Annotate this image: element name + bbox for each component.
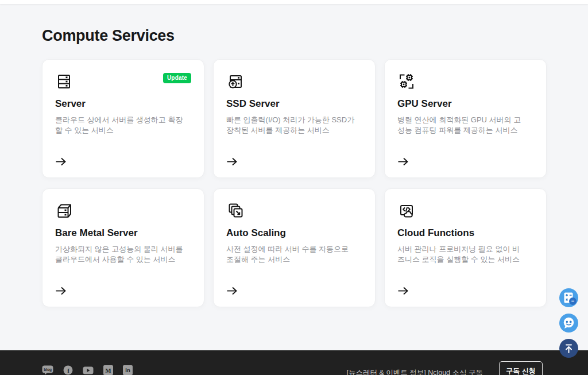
equals-badge: = bbox=[569, 297, 577, 305]
price-calculator-icon: = bbox=[563, 292, 574, 304]
gpu-chips-icon bbox=[397, 72, 416, 91]
arrow-right-icon[interactable] bbox=[397, 157, 409, 166]
ssd-server-icon bbox=[226, 72, 245, 91]
card-description: 서버 관리나 프로비저닝 필요 없이 비즈니스 로직을 실행할 수 있는 서비스 bbox=[397, 244, 527, 265]
card-server[interactable]: Update Server 클라우드 상에서 서버를 생성하고 확장할 수 있는… bbox=[42, 59, 204, 178]
card-title: Auto Scaling bbox=[226, 227, 362, 239]
card-description: 사전 설정에 따라 서버 수를 자동으로 조절해 주는 서비스 bbox=[226, 244, 355, 265]
social-links: blog f M in bbox=[42, 365, 133, 375]
newsletter-label: [뉴스레터 & 이벤트 정보] Ncloud 소식 구독 bbox=[346, 368, 483, 375]
card-auto-scaling[interactable]: Auto Scaling 사전 설정에 따라 서버 수를 자동으로 조절해 주는… bbox=[213, 188, 376, 307]
card-title: GPU Server bbox=[397, 98, 533, 110]
bare-metal-server-icon bbox=[55, 202, 74, 220]
arrow-up-to-top-icon bbox=[564, 343, 574, 354]
svg-text:blog: blog bbox=[44, 368, 52, 372]
arrow-right-icon[interactable] bbox=[55, 287, 67, 295]
arrow-right-icon[interactable] bbox=[397, 287, 409, 295]
svg-text:M: M bbox=[105, 367, 111, 374]
arrow-right-icon[interactable] bbox=[226, 287, 238, 295]
price-calculator-button[interactable]: = bbox=[559, 288, 578, 307]
arrow-right-icon[interactable] bbox=[55, 157, 67, 166]
blog-icon[interactable]: blog bbox=[42, 365, 53, 375]
card-title: Bare Metal Server bbox=[55, 227, 191, 239]
card-title: Cloud Functions bbox=[397, 227, 533, 239]
chat-face-icon bbox=[563, 317, 575, 329]
card-title: Server bbox=[55, 98, 191, 110]
card-ssd-server[interactable]: SSD Server 빠른 입출력(I/O) 처리가 가능한 SSD가 장착된 … bbox=[213, 59, 376, 178]
card-gpu-server[interactable]: GPU Server 병렬 연산에 최적화된 GPU 서버의 고성능 컴퓨팅 파… bbox=[384, 59, 547, 178]
card-bare-metal-server[interactable]: Bare Metal Server 가상화되지 않은 고성능의 물리 서버를 클… bbox=[42, 188, 204, 307]
server-rack-icon bbox=[55, 72, 74, 91]
scroll-to-top-button[interactable] bbox=[559, 339, 578, 358]
service-card-grid: Update Server 클라우드 상에서 서버를 생성하고 확장할 수 있는… bbox=[42, 59, 547, 307]
card-description: 빠른 입출력(I/O) 처리가 가능한 SSD가 장착된 서버를 제공하는 서비… bbox=[226, 115, 355, 136]
facebook-icon[interactable]: f bbox=[63, 365, 73, 375]
svg-text:f: f bbox=[67, 367, 69, 374]
card-description: 병렬 연산에 최적화된 GPU 서버의 고성능 컴퓨팅 파워를 제공하는 서비스 bbox=[397, 115, 527, 136]
update-badge: Update bbox=[163, 73, 191, 83]
auto-scaling-icon bbox=[226, 202, 245, 220]
card-title: SSD Server bbox=[226, 98, 362, 110]
card-description: 클라우드 상에서 서버를 생성하고 확장할 수 있는 서비스 bbox=[55, 115, 184, 136]
card-cloud-functions[interactable]: Cloud Functions 서버 관리나 프로비저닝 필요 없이 비즈니스 … bbox=[384, 188, 547, 307]
feedback-chat-button[interactable] bbox=[559, 314, 578, 333]
footer: blog f M in [뉴스레터 bbox=[0, 350, 588, 375]
medium-icon[interactable]: M bbox=[103, 365, 113, 375]
page-title: Compute Services bbox=[42, 27, 175, 45]
arrow-right-icon[interactable] bbox=[226, 157, 238, 166]
cloud-functions-icon bbox=[397, 202, 416, 220]
subscribe-button[interactable]: 구독 신청 bbox=[499, 361, 543, 375]
header-bottom-edge bbox=[0, 0, 588, 4]
card-description: 가상화되지 않은 고성능의 물리 서버를 클라우드에서 사용할 수 있는 서비스 bbox=[55, 244, 184, 265]
svg-text:in: in bbox=[125, 367, 130, 373]
youtube-icon[interactable] bbox=[83, 365, 94, 374]
linkedin-icon[interactable]: in bbox=[123, 365, 133, 375]
